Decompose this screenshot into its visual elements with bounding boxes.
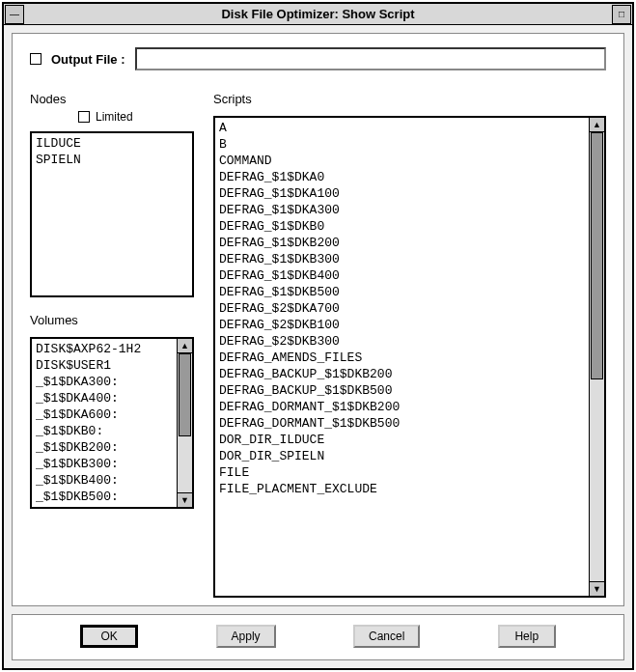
- list-item[interactable]: DOR_DIR_ILDUCE: [219, 432, 585, 448]
- list-item[interactable]: DEFRAG_DORMANT_$1$DKB500: [219, 415, 585, 432]
- list-item[interactable]: FILE: [219, 464, 585, 481]
- output-file-input[interactable]: [135, 47, 606, 70]
- cancel-button[interactable]: Cancel: [353, 625, 420, 648]
- list-item[interactable]: SPIELN: [36, 152, 188, 168]
- list-item[interactable]: DEFRAG_DORMANT_$1$DKB200: [219, 399, 585, 415]
- list-item[interactable]: _$1$DKA600:: [36, 406, 173, 423]
- list-item[interactable]: _$1$DKA300:: [36, 374, 173, 390]
- scroll-track[interactable]: [178, 353, 192, 492]
- list-item[interactable]: DEFRAG_BACKUP_$1$DKB500: [219, 382, 585, 399]
- scripts-scrollbar[interactable]: ▲ ▼: [589, 118, 604, 596]
- output-file-row: Output File :: [30, 47, 606, 70]
- help-button[interactable]: Help: [498, 625, 556, 648]
- scroll-down-icon[interactable]: ▼: [590, 581, 604, 596]
- scripts-label: Scripts: [213, 92, 606, 106]
- list-item[interactable]: DISK$USER1: [36, 357, 173, 374]
- scroll-up-icon[interactable]: ▲: [590, 118, 604, 132]
- volumes-label: Volumes: [30, 313, 194, 327]
- output-file-checkbox[interactable]: [30, 53, 41, 65]
- list-item[interactable]: ILDUCE: [36, 135, 188, 152]
- volumes-listbox[interactable]: DISK$AXP62-1H2DISK$USER1_$1$DKA300:_$1$D…: [30, 337, 194, 509]
- main-area: Nodes Limited ILDUCESPIELN Volumes DISK$…: [30, 92, 606, 598]
- titlebar: — Disk File Optimizer: Show Script □: [4, 4, 632, 25]
- window-title: Disk File Optimizer: Show Script: [25, 7, 611, 21]
- scroll-track[interactable]: [590, 132, 604, 581]
- list-item[interactable]: A: [219, 120, 585, 136]
- scroll-down-icon[interactable]: ▼: [178, 492, 192, 507]
- right-column: Scripts ABCOMMANDDEFRAG_$1$DKA0DEFRAG_$1…: [213, 92, 606, 598]
- scroll-thumb[interactable]: [591, 132, 603, 379]
- list-item[interactable]: DEFRAG_$2$DKB100: [219, 317, 585, 333]
- limited-checkbox[interactable]: [78, 111, 90, 123]
- ok-button[interactable]: OK: [80, 625, 138, 648]
- left-column: Nodes Limited ILDUCESPIELN Volumes DISK$…: [30, 92, 194, 598]
- volumes-scrollbar[interactable]: ▲ ▼: [177, 339, 192, 507]
- scroll-thumb[interactable]: [179, 353, 191, 436]
- list-item[interactable]: DISK$AXP62-1H2: [36, 341, 173, 357]
- list-item[interactable]: _$1$DKA400:: [36, 390, 173, 406]
- scroll-up-icon[interactable]: ▲: [178, 339, 192, 353]
- list-item[interactable]: DEFRAG_AMENDS_FILES: [219, 350, 585, 366]
- list-item[interactable]: DOR_DIR_SPIELN: [219, 448, 585, 464]
- limited-label: Limited: [96, 110, 133, 124]
- list-item[interactable]: _$1$DKB0:: [36, 423, 173, 439]
- main-window: — Disk File Optimizer: Show Script □ Out…: [2, 2, 634, 670]
- list-item[interactable]: DEFRAG_$1$DKB400: [219, 267, 585, 284]
- list-item[interactable]: FILE_PLACMENT_EXCLUDE: [219, 481, 585, 497]
- nodes-label: Nodes: [30, 92, 194, 106]
- list-item[interactable]: DEFRAG_BACKUP_$1$DKB200: [219, 366, 585, 382]
- list-item[interactable]: DEFRAG_$1$DKA300: [219, 202, 585, 218]
- apply-button[interactable]: Apply: [216, 625, 276, 648]
- scripts-listbox[interactable]: ABCOMMANDDEFRAG_$1$DKA0DEFRAG_$1$DKA100D…: [213, 116, 606, 598]
- list-item[interactable]: DEFRAG_$1$DKB500: [219, 284, 585, 300]
- window-menu-button[interactable]: —: [5, 5, 24, 24]
- limited-row: Limited: [78, 110, 194, 124]
- list-item[interactable]: B: [219, 136, 585, 153]
- list-item[interactable]: DEFRAG_$2$DKA700: [219, 300, 585, 317]
- list-item[interactable]: DEFRAG_$1$DKA100: [219, 185, 585, 202]
- output-file-label: Output File :: [51, 52, 125, 67]
- list-item[interactable]: DEFRAG_$1$DKB0: [219, 218, 585, 235]
- content-area: Output File : Nodes Limited ILDUCESPIELN…: [12, 33, 624, 606]
- list-item[interactable]: _$1$DKB400:: [36, 472, 173, 489]
- list-item[interactable]: _$1$DKB200:: [36, 439, 173, 456]
- maximize-button[interactable]: □: [612, 5, 631, 24]
- list-item[interactable]: DEFRAG_$2$DKB300: [219, 333, 585, 350]
- list-item[interactable]: DEFRAG_$1$DKA0: [219, 169, 585, 185]
- list-item[interactable]: DEFRAG_$1$DKB300: [219, 251, 585, 267]
- list-item[interactable]: _$1$DKB500:: [36, 489, 173, 505]
- list-item[interactable]: _$1$DKB300:: [36, 456, 173, 472]
- nodes-listbox[interactable]: ILDUCESPIELN: [30, 131, 194, 297]
- list-item[interactable]: DEFRAG_$1$DKB200: [219, 235, 585, 251]
- list-item[interactable]: COMMAND: [219, 153, 585, 169]
- button-bar: OK Apply Cancel Help: [12, 614, 624, 660]
